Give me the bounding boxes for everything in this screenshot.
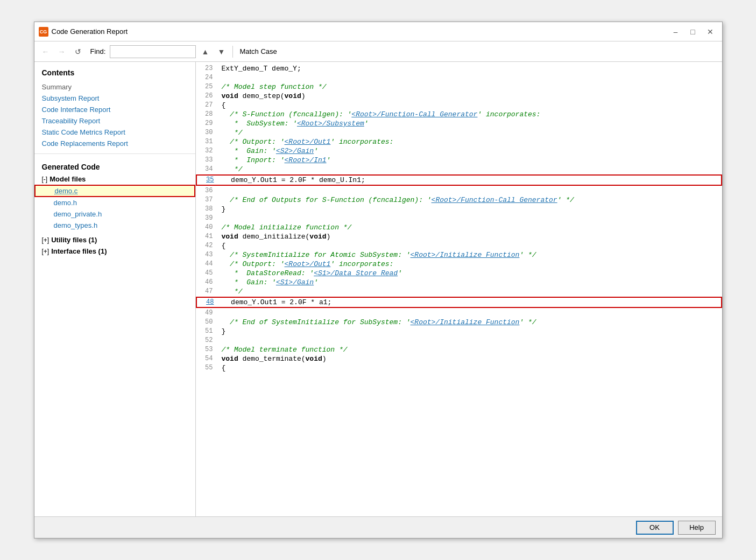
ok-button[interactable]: OK bbox=[636, 521, 674, 535]
expand-interface-icon[interactable]: [+] bbox=[42, 248, 50, 255]
link-46[interactable]: <S1>/Gain bbox=[276, 278, 314, 286]
code-line-35: 35 demo_Y.Out1 = 2.0F * demo_U.In1; bbox=[196, 174, 722, 186]
demo-c-link[interactable]: demo.c bbox=[55, 187, 78, 195]
code-line-37: 37 /* End of Outputs for S-Function (fcn… bbox=[196, 195, 722, 205]
line-num-27: 27 bbox=[196, 101, 217, 110]
minimize-button[interactable]: ‒ bbox=[668, 25, 683, 38]
demo-c-active[interactable]: demo.c bbox=[34, 185, 195, 197]
interface-files-label: Interface files (1) bbox=[51, 247, 107, 255]
code-line-26: 26 void demo_step(void) bbox=[196, 92, 722, 101]
link-37[interactable]: <Root>/Function-Call Generator bbox=[432, 196, 557, 204]
line-content-49 bbox=[217, 309, 722, 318]
sidebar-link-code-interface[interactable]: Code Interface Report bbox=[34, 104, 195, 115]
line-num-34: 34 bbox=[196, 165, 217, 174]
code-line-52: 52 bbox=[196, 336, 722, 345]
line-num-55: 55 bbox=[196, 363, 217, 373]
line-content-50: /* End of SystemInitialize for SubSystem… bbox=[217, 318, 722, 327]
line-content-46: * Gain: '<S1>/Gain' bbox=[217, 278, 722, 287]
bottom-bar: OK Help bbox=[34, 516, 722, 538]
sidebar-link-traceability[interactable]: Traceability Report bbox=[34, 115, 195, 127]
link-28[interactable]: <Root>/Function-Call Generator bbox=[351, 110, 477, 118]
line-content-42: { bbox=[217, 241, 722, 250]
code-line-36: 36 bbox=[196, 186, 722, 195]
code-line-49: 49 bbox=[196, 309, 722, 318]
code-line-42: 42 { bbox=[196, 241, 722, 250]
link-32[interactable]: <S2>/Gain bbox=[276, 147, 314, 155]
line-content-25: /* Model step function */ bbox=[217, 82, 722, 92]
line-num-50: 50 bbox=[196, 318, 217, 327]
sidebar-link-code-replacements[interactable]: Code Replacements Report bbox=[34, 138, 195, 149]
collapse-icon[interactable]: [-] bbox=[42, 176, 48, 183]
line-content-32: * Gain: '<S2>/Gain' bbox=[217, 146, 722, 156]
demo-private-h-item[interactable]: demo_private.h bbox=[34, 208, 195, 220]
line-content-28: /* S-Function (fcncallgen): '<Root>/Func… bbox=[217, 110, 722, 119]
line-content-24 bbox=[217, 73, 722, 82]
refresh-button[interactable]: ↺ bbox=[71, 45, 85, 59]
line-num-40: 40 bbox=[196, 223, 217, 232]
summary-link[interactable]: Summary bbox=[34, 81, 195, 93]
link-29[interactable]: <Root>/Subsystem bbox=[297, 120, 364, 128]
code-line-53: 53 /* Model terminate function */ bbox=[196, 345, 722, 354]
line-num-26: 26 bbox=[196, 92, 217, 101]
code-panel[interactable]: 23 ExtY_demo_T demo_Y; 24 25 /* Model st… bbox=[196, 62, 722, 516]
line-content-54: void demo_terminate(void) bbox=[217, 354, 722, 363]
line-num-30: 30 bbox=[196, 128, 217, 137]
line-num-43: 43 bbox=[196, 250, 217, 260]
code-content: 23 ExtY_demo_T demo_Y; 24 25 /* Model st… bbox=[196, 62, 722, 375]
line-content-37: /* End of Outputs for S-Function (fcncal… bbox=[217, 195, 722, 205]
find-label: Find: bbox=[90, 47, 106, 55]
demo-h-link[interactable]: demo.h bbox=[54, 199, 77, 207]
line-num-31: 31 bbox=[196, 137, 217, 146]
code-line-32: 32 * Gain: '<S2>/Gain' bbox=[196, 146, 722, 156]
demo-types-h-link[interactable]: demo_types.h bbox=[54, 221, 98, 229]
line-content-41: void demo_initialize(void) bbox=[217, 232, 722, 241]
sidebar-link-subsystem[interactable]: Subsystem Report bbox=[34, 93, 195, 104]
code-line-25: 25 /* Model step function */ bbox=[196, 82, 722, 92]
line-num-51: 51 bbox=[196, 327, 217, 336]
line-num-46: 46 bbox=[196, 278, 217, 287]
forward-button[interactable]: → bbox=[55, 45, 69, 59]
model-files-item[interactable]: [-] Model files bbox=[34, 173, 195, 185]
demo-h-item[interactable]: demo.h bbox=[34, 197, 195, 208]
line-num-38: 38 bbox=[196, 205, 217, 214]
line-num-35[interactable]: 35 bbox=[197, 176, 218, 185]
line-num-44: 44 bbox=[196, 260, 217, 269]
link-43[interactable]: <Root>/Initialize Function bbox=[411, 251, 520, 259]
interface-files-item[interactable]: [+] Interface files (1) bbox=[34, 246, 195, 257]
sidebar-divider bbox=[34, 153, 195, 154]
line-num-42: 42 bbox=[196, 241, 217, 250]
link-44[interactable]: <Root>/Out1 bbox=[285, 260, 331, 268]
code-line-43: 43 /* SystemInitialize for Atomic SubSys… bbox=[196, 250, 722, 260]
line-num-36: 36 bbox=[196, 186, 217, 195]
code-line-27: 27 { bbox=[196, 101, 722, 110]
line-content-39 bbox=[217, 214, 722, 223]
line-content-31: /* Outport: '<Root>/Out1' incorporates: bbox=[217, 137, 722, 146]
back-button[interactable]: ← bbox=[39, 45, 53, 59]
link-45[interactable]: <S1>/Data Store Read bbox=[314, 269, 398, 277]
close-button[interactable]: ✕ bbox=[703, 25, 718, 38]
code-line-29: 29 * SubSystem: '<Root>/Subsystem' bbox=[196, 119, 722, 128]
sidebar-link-static-metrics[interactable]: Static Code Metrics Report bbox=[34, 127, 195, 138]
line-num-49: 49 bbox=[196, 309, 217, 318]
line-content-53: /* Model terminate function */ bbox=[217, 345, 722, 354]
link-31[interactable]: <Root>/Out1 bbox=[285, 138, 331, 146]
link-33[interactable]: <Root>/In1 bbox=[285, 156, 327, 164]
code-line-30: 30 */ bbox=[196, 128, 722, 137]
line-num-23: 23 bbox=[196, 64, 217, 73]
demo-private-h-link[interactable]: demo_private.h bbox=[54, 210, 102, 218]
line-content-45: * DataStoreRead: '<S1>/Data Store Read' bbox=[217, 269, 722, 278]
find-input[interactable] bbox=[110, 45, 196, 58]
find-next-button[interactable]: ▼ bbox=[214, 45, 228, 59]
utility-files-item[interactable]: [+] Utility files (1) bbox=[34, 234, 195, 246]
line-num-54: 54 bbox=[196, 354, 217, 363]
maximize-button[interactable]: □ bbox=[686, 25, 701, 38]
code-line-41: 41 void demo_initialize(void) bbox=[196, 232, 722, 241]
code-line-54: 54 void demo_terminate(void) bbox=[196, 354, 722, 363]
demo-types-h-item[interactable]: demo_types.h bbox=[34, 220, 195, 231]
line-num-41: 41 bbox=[196, 232, 217, 241]
find-prev-button[interactable]: ▲ bbox=[198, 45, 212, 59]
expand-utility-icon[interactable]: [+] bbox=[42, 236, 50, 244]
help-button[interactable]: Help bbox=[678, 521, 716, 535]
line-num-48[interactable]: 48 bbox=[197, 298, 218, 307]
link-50[interactable]: <Root>/Initialize Function bbox=[411, 318, 520, 326]
